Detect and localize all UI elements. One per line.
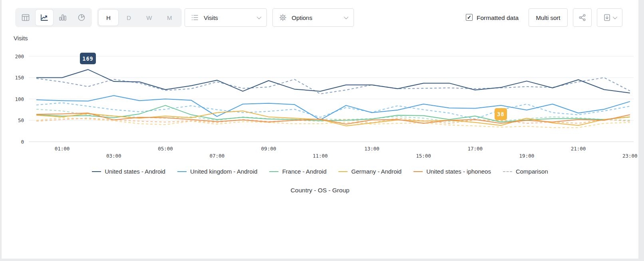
bar-chart-icon (59, 14, 67, 21)
x-tick-label: 01:00 (55, 146, 70, 152)
x-tick-label: 11:00 (313, 153, 328, 159)
legend-swatch (338, 171, 348, 172)
x-tick-label: 07:00 (209, 153, 225, 159)
granularity-group: H D W M (97, 8, 182, 27)
chart-type-line[interactable] (36, 10, 54, 26)
legend-item[interactable]: United states - iphoneos (413, 168, 491, 175)
formatted-data-label[interactable]: Formatted data (477, 14, 519, 22)
x-tick-label: 09:00 (261, 146, 276, 152)
list-icon (191, 14, 199, 21)
options-dropdown[interactable]: Options (272, 8, 354, 27)
legend-item[interactable]: France - Android (269, 168, 326, 175)
chart-legend: United states - AndroidUnited kingdom - … (2, 168, 638, 175)
data-point-tooltip: 38 (495, 108, 507, 120)
options-dropdown-label: Options (292, 14, 312, 21)
x-tick-label: 17:00 (467, 146, 483, 152)
y-tick-label: 50 (18, 117, 24, 123)
x-tick-label: 23:00 (622, 153, 638, 159)
checkmark-icon: ✓ (467, 14, 471, 20)
share-icon (579, 14, 586, 21)
legend-swatch (413, 171, 423, 172)
series-line[interactable] (36, 109, 630, 122)
granularity-hour[interactable]: H (99, 10, 118, 26)
chart-caption: Country - OS - Group (2, 187, 638, 194)
line-chart[interactable]: 05010015020001:0005:0009:0013:0017:0021:… (2, 50, 638, 162)
series-line[interactable] (36, 69, 630, 93)
legend-label: France - Android (282, 168, 326, 175)
granularity-day[interactable]: D (119, 10, 139, 26)
legend-item[interactable]: United kingdom - Android (177, 168, 257, 175)
x-tick-label: 19:00 (519, 153, 535, 159)
analytics-panel: H D W M Visits Options ✓ (2, 0, 638, 259)
legend-label: United states - iphoneos (426, 168, 491, 175)
granularity-label: M (167, 14, 172, 21)
granularity-label: H (106, 14, 111, 21)
legend-swatch (269, 171, 278, 172)
export-file-icon (604, 14, 610, 21)
x-tick-label: 05:00 (158, 146, 173, 152)
metric-dropdown[interactable]: Visits (185, 8, 267, 27)
multi-sort-label: Multi sort (536, 14, 561, 21)
y-axis-title: Visits (14, 35, 28, 42)
series-line[interactable] (36, 105, 630, 122)
chevron-down-icon (344, 15, 348, 19)
line-chart-icon (40, 14, 48, 21)
legend-label: United states - Android (105, 168, 165, 175)
gear-icon (279, 14, 286, 21)
metric-dropdown-label: Visits (204, 14, 218, 21)
formatted-data-checkbox[interactable]: ✓ (466, 14, 473, 21)
multi-sort-button[interactable]: Multi sort (529, 8, 568, 27)
share-button[interactable] (573, 8, 592, 27)
legend-item[interactable]: Germany - Android (338, 168, 402, 175)
y-tick-label: 150 (15, 75, 24, 81)
chart-type-table[interactable] (17, 10, 35, 26)
legend-label: United kingdom - Android (190, 168, 257, 175)
y-tick-label: 200 (15, 53, 24, 59)
legend-swatch (92, 171, 101, 172)
data-point-tooltip: 169 (80, 53, 96, 64)
legend-label: Germany - Android (351, 168, 402, 175)
x-tick-label: 15:00 (416, 153, 431, 159)
series-line[interactable] (36, 78, 630, 94)
x-tick-label: 03:00 (106, 153, 121, 159)
chart-type-bar[interactable] (54, 10, 72, 26)
y-tick-label: 0 (21, 139, 24, 145)
pie-chart-icon (78, 14, 85, 22)
legend-item[interactable]: Comparison (503, 168, 548, 175)
granularity-week[interactable]: W (139, 10, 159, 26)
export-button[interactable] (597, 8, 622, 27)
chevron-down-icon (257, 15, 261, 19)
granularity-month[interactable]: M (160, 10, 179, 26)
x-tick-label: 21:00 (571, 146, 586, 152)
chart-type-pie[interactable] (73, 10, 91, 26)
granularity-label: W (146, 14, 152, 21)
granularity-label: D (127, 14, 131, 21)
y-tick-label: 100 (15, 96, 24, 102)
legend-swatch (503, 171, 512, 172)
x-tick-label: 13:00 (364, 146, 380, 152)
chart-type-group (15, 8, 92, 27)
legend-swatch (177, 171, 187, 172)
legend-label: Comparison (516, 168, 548, 175)
table-icon (22, 14, 30, 21)
chevron-down-icon (612, 15, 617, 19)
legend-item[interactable]: United states - Android (92, 168, 165, 175)
